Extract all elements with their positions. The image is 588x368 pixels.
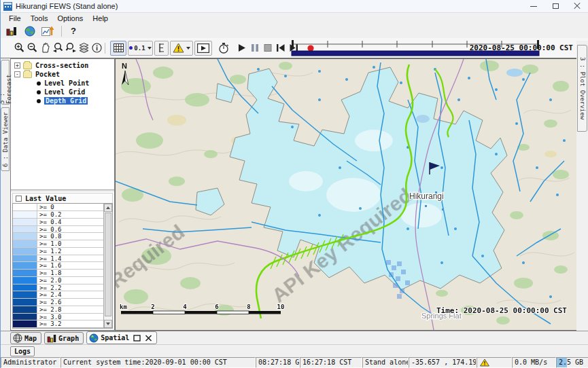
legend-threshold-label: >= 0.4 — [37, 219, 103, 225]
menu-options[interactable]: Options — [52, 14, 88, 22]
classification-value: 0.1 — [134, 45, 145, 52]
legend-row[interactable]: >= 1.2 — [13, 248, 103, 255]
spatial-display-button[interactable] — [41, 25, 55, 37]
zoom-next-button[interactable] — [65, 41, 77, 55]
legend-rows: >= 0 >= 0.2 >= 0.4 >= 0.6 >= 0.8 — [13, 204, 103, 328]
data-display-button[interactable] — [5, 25, 18, 37]
tab-data-viewer[interactable]: 6 : Data Viewer — [1, 107, 10, 171]
tree-node-label[interactable]: Pocket — [35, 71, 60, 78]
tab-forecast[interactable]: 5 : Forecast — [1, 60, 10, 105]
legend-row[interactable]: >= 0.6 — [13, 226, 103, 234]
help-button[interactable]: ? — [67, 26, 80, 36]
logs-button[interactable]: Logs — [10, 346, 35, 356]
legend-threshold-label: >= 0 — [37, 204, 103, 210]
scale-button[interactable] — [154, 41, 169, 56]
minimize-button[interactable] — [523, 0, 544, 12]
legend-threshold-label: >= 0.8 — [37, 233, 103, 240]
legend-row[interactable]: >= 2.4 — [13, 291, 103, 299]
legend-color-swatch — [13, 284, 37, 291]
legend-row[interactable]: >= 0 — [13, 204, 103, 211]
close-button[interactable] — [566, 0, 588, 12]
legend-scrollbar[interactable] — [103, 204, 112, 328]
pause-button[interactable] — [248, 41, 261, 55]
tree-node-level-point[interactable]: Level Point — [11, 79, 114, 88]
tree-node-level-grid[interactable]: Level Grid — [11, 88, 114, 96]
legend-row[interactable]: >= 2.8 — [13, 306, 103, 314]
legend-row[interactable]: >= 0.4 — [13, 219, 103, 226]
movie-player-button[interactable] — [194, 41, 212, 56]
tree-node-label[interactable]: Level Grid — [44, 88, 85, 96]
status-download-rate: 0.0 MB/s — [512, 357, 556, 368]
tree-node-label[interactable]: Cross-section — [35, 62, 88, 69]
tree-node-depth-grid[interactable]: Depth Grid — [11, 96, 114, 105]
legend-row[interactable]: >= 3.0 — [13, 314, 103, 321]
close-view-button[interactable] — [145, 335, 152, 342]
map-view[interactable]: API Key Required API Key Required — [115, 58, 577, 331]
tab-graph[interactable]: Graph — [44, 332, 84, 344]
zoom-previous-icon — [52, 42, 64, 54]
maximize-button[interactable] — [544, 0, 566, 12]
tree-node-label-selected[interactable]: Depth Grid — [44, 97, 88, 105]
layers-button[interactable] — [77, 41, 90, 55]
scrollbar-track[interactable] — [104, 212, 112, 320]
tree-node-label[interactable]: Level Point — [44, 79, 89, 87]
lake — [416, 115, 430, 123]
zoom-out-button[interactable] — [26, 41, 39, 55]
warning-dropdown[interactable] — [170, 41, 193, 56]
maximize-view-button[interactable] — [133, 335, 141, 342]
scroll-up-button[interactable] — [104, 204, 112, 212]
legend-row[interactable]: >= 3.2 — [13, 320, 103, 328]
map-display-button[interactable] — [23, 25, 37, 37]
legend-table: >= 0 >= 0.2 >= 0.4 >= 0.6 >= 0.8 — [12, 203, 113, 329]
legend-row[interactable]: >= 0.8 — [13, 233, 103, 240]
last-value-label: Last Value — [25, 195, 66, 202]
tree-node-pocket[interactable]: - Pocket — [11, 70, 114, 79]
collapse-icon[interactable]: - — [14, 71, 20, 77]
classification-dropdown[interactable]: 0.1 — [128, 41, 153, 56]
tab-plot-overview[interactable]: 3 : Plot Overview — [577, 45, 587, 132]
pan-button[interactable] — [39, 41, 52, 55]
grid-toggle-button[interactable] — [110, 41, 126, 56]
legend-row[interactable]: >= 0.2 — [13, 211, 103, 219]
timeline-handle-start[interactable] — [292, 40, 294, 49]
legend-row[interactable]: >= 2.0 — [13, 277, 103, 284]
grid-icon — [114, 43, 124, 52]
legend-threshold-label: >= 0.2 — [37, 211, 103, 218]
info-button[interactable] — [90, 41, 103, 55]
class-dot-icon — [129, 46, 133, 50]
expand-icon[interactable]: + — [14, 62, 20, 69]
svg-text:2: 2 — [151, 303, 154, 310]
last-value-option[interactable]: Last Value — [12, 193, 113, 203]
legend-row[interactable]: >= 1.4 — [13, 255, 103, 263]
menu-tools[interactable]: Tools — [26, 14, 53, 22]
legend-color-swatch — [13, 299, 37, 306]
tab-map[interactable]: Map — [10, 332, 41, 344]
legend-row[interactable]: >= 1.0 — [13, 240, 103, 248]
play-icon — [238, 43, 246, 52]
tab-graph-label: Graph — [58, 335, 79, 342]
animation-timer-button[interactable] — [217, 41, 230, 55]
scroll-down-button[interactable] — [104, 320, 112, 328]
globe-grid-icon — [13, 333, 22, 343]
scrollbar-thumb[interactable] — [105, 213, 111, 316]
left-tab-strip: 5 : Forecast 6 : Data Viewer — [1, 58, 10, 331]
zoom-in-button[interactable] — [13, 41, 26, 55]
menu-help[interactable]: Help — [88, 14, 113, 22]
tab-spatial[interactable]: Spatial — [86, 331, 157, 344]
tree-node-cross-section[interactable]: + Cross-section — [11, 61, 114, 70]
legend-row[interactable]: >= 1.8 — [13, 270, 103, 277]
legend-row[interactable]: >= 2.6 — [13, 299, 103, 306]
zoom-previous-button[interactable] — [52, 41, 65, 55]
legend-color-swatch — [13, 262, 37, 269]
toolbar-separator — [105, 43, 105, 54]
skip-to-start-button[interactable] — [274, 41, 287, 55]
legend-color-swatch — [13, 291, 37, 298]
legend-row[interactable]: >= 1.6 — [13, 262, 103, 270]
play-button[interactable] — [235, 41, 248, 55]
menu-file[interactable]: File — [4, 14, 26, 22]
status-warning-cell[interactable] — [477, 357, 512, 368]
legend-row[interactable]: >= 2.2 — [13, 284, 103, 292]
stop-button[interactable] — [261, 41, 274, 55]
last-value-checkbox[interactable] — [16, 196, 22, 202]
movie-play-icon — [197, 43, 209, 53]
